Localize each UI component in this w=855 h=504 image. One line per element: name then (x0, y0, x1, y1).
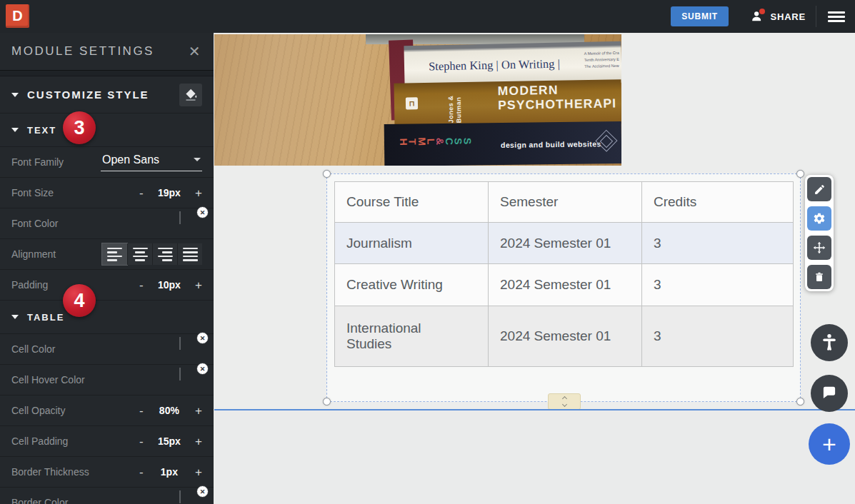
accessibility-button[interactable] (811, 324, 848, 361)
module-settings-panel: MODULE SETTINGS ✕ CUSTOMIZE STYLE TEXT 3… (0, 33, 214, 504)
add-element-button[interactable]: + (809, 423, 850, 465)
font-color-swatch[interactable] (179, 211, 181, 224)
minus-button[interactable]: - (139, 187, 144, 199)
table-section-header[interactable]: TABLE (0, 301, 214, 334)
menu-icon[interactable] (828, 11, 845, 22)
selection-handle[interactable] (323, 170, 331, 178)
cell-opacity-row: Cell Opacity - 80% + (0, 395, 214, 426)
table-cell[interactable]: Journalism (335, 223, 489, 264)
empty-section[interactable] (214, 410, 855, 504)
section-divider-line[interactable] (214, 409, 855, 410)
delete-button[interactable] (807, 265, 831, 289)
selection-handle[interactable] (323, 398, 331, 405)
minus-button[interactable]: - (139, 466, 144, 478)
table-cell[interactable]: 3 (642, 264, 794, 306)
align-left-button[interactable] (102, 243, 127, 265)
border-thickness-label: Border Thickness (11, 466, 89, 478)
brown-book-title: MODERN PSYCHOTHERAPI (498, 81, 617, 112)
alignment-row: Alignment (0, 239, 214, 270)
resize-handle[interactable] (548, 393, 581, 410)
header-cell[interactable]: Credits (642, 182, 794, 223)
cell-opacity-value: 80% (159, 405, 179, 416)
font-size-label: Font Size (11, 187, 54, 198)
plus-button[interactable]: + (195, 466, 202, 478)
customize-style-header[interactable]: CUSTOMIZE STYLE (0, 76, 214, 114)
plus-button[interactable]: + (195, 405, 202, 417)
header-cell[interactable]: Semester (489, 182, 642, 223)
move-button[interactable] (807, 236, 831, 260)
selection-handle[interactable] (796, 398, 804, 405)
clear-color-icon[interactable]: ✕ (196, 332, 209, 344)
selection-handle[interactable] (796, 170, 804, 178)
text-section-label: TEXT (27, 125, 56, 136)
minus-button[interactable]: - (139, 279, 144, 291)
accessibility-icon (819, 333, 839, 353)
table-cell[interactable]: 2024 Semester 01 (489, 264, 642, 306)
feedback-chat-button[interactable] (811, 375, 848, 412)
plus-button[interactable]: + (195, 279, 202, 291)
font-size-value: 19px (158, 187, 181, 198)
plus-button[interactable]: + (195, 435, 202, 448)
clear-color-icon[interactable]: ✕ (196, 363, 209, 375)
app-logo[interactable]: D (6, 4, 29, 28)
alignment-label: Alignment (11, 248, 56, 260)
table-header-row[interactable]: Course Title Semester Credits (335, 182, 794, 223)
share-label: SHARE (770, 11, 806, 22)
table-row[interactable]: Journalism 2024 Semester 01 3 (335, 223, 794, 264)
white-book-title: Stephen King | On Writing | (429, 57, 560, 74)
cell-color-row: Cell Color ✕ (0, 334, 214, 365)
brown-book-authors: Jones & Butman (447, 86, 463, 123)
table-cell[interactable]: International Studies (335, 306, 489, 367)
clear-color-icon[interactable]: ✕ (196, 206, 209, 218)
edit-content-button[interactable] (807, 177, 831, 201)
table-cell[interactable]: 2024 Semester 01 (489, 306, 642, 367)
header-cell[interactable]: Course Title (335, 182, 489, 223)
align-justify-button[interactable] (177, 243, 202, 265)
minus-button[interactable]: - (139, 405, 144, 417)
chevron-down-icon (561, 402, 566, 407)
cell-hover-color-swatch[interactable] (179, 368, 181, 380)
editor-canvas: Stephen King | On Writing | A Memoir of … (214, 33, 855, 504)
table-section-label: TABLE (27, 312, 64, 323)
submit-button[interactable]: SUBMIT (671, 6, 729, 26)
chevron-down-icon (11, 128, 19, 132)
paint-bucket-button[interactable] (179, 84, 202, 106)
cell-color-swatch[interactable] (179, 337, 181, 350)
table-cell[interactable]: Creative Writing (335, 264, 489, 306)
chevron-down-icon (194, 158, 201, 161)
align-right-button[interactable] (152, 243, 177, 265)
font-size-stepper: - 19px + (139, 187, 202, 199)
section-gap (0, 71, 214, 76)
clear-color-icon[interactable]: ✕ (196, 485, 209, 498)
table-cell[interactable]: 3 (642, 306, 794, 367)
table-widget-selection[interactable]: Course Title Semester Credits Journalism… (326, 173, 801, 402)
topbar-divider (816, 6, 816, 27)
font-family-row: Font Family Open Sans (0, 147, 214, 178)
plus-button[interactable]: + (195, 187, 202, 199)
step-badge-3: 3 (63, 111, 96, 144)
align-center-button[interactable] (127, 243, 152, 265)
alignment-group (102, 243, 202, 265)
text-section-header[interactable]: TEXT (0, 114, 214, 147)
border-color-swatch[interactable] (179, 490, 181, 503)
chevron-down-icon (11, 315, 19, 319)
settings-button[interactable] (807, 206, 831, 231)
widget-toolbar (805, 175, 834, 291)
padding-stepper: - 10px + (139, 279, 202, 291)
step-badge-4: 4 (63, 284, 96, 317)
font-family-select[interactable]: Open Sans (101, 153, 202, 171)
panel-title: MODULE SETTINGS (11, 44, 154, 59)
cell-padding-label: Cell Padding (11, 435, 68, 447)
table-row[interactable]: International Studies 2024 Semester 01 3 (335, 306, 794, 367)
minus-button[interactable]: - (139, 435, 144, 448)
table-cell[interactable]: 2024 Semester 01 (489, 223, 642, 264)
books-photo[interactable]: Stephen King | On Writing | A Memoir of … (214, 34, 621, 166)
table-cell[interactable]: 3 (642, 223, 794, 264)
table-row[interactable]: Creative Writing 2024 Semester 01 3 (335, 264, 794, 306)
close-icon[interactable]: ✕ (189, 44, 202, 59)
share-button[interactable]: SHARE (750, 7, 806, 26)
course-table[interactable]: Course Title Semester Credits Journalism… (334, 181, 794, 367)
cell-hover-color-row: Cell Hover Color ✕ (0, 365, 214, 395)
share-person-icon (750, 9, 766, 24)
panel-header: MODULE SETTINGS ✕ (0, 33, 214, 71)
